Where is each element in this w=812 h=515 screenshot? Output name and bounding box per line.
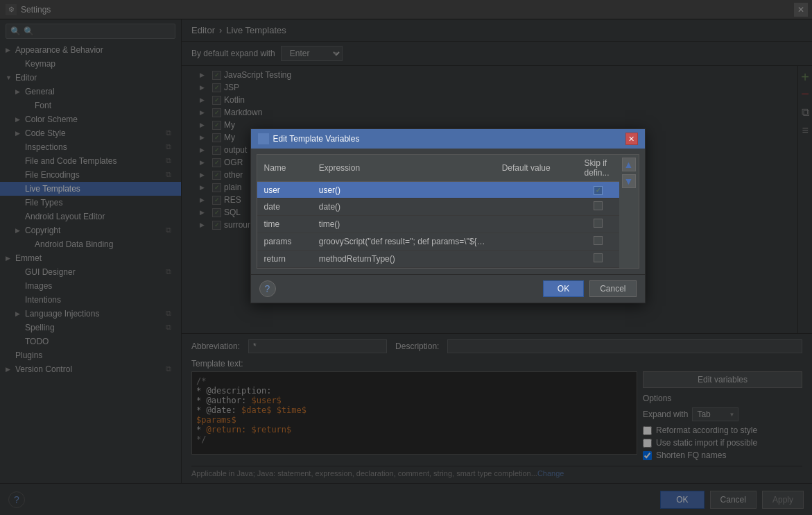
dialog-up-down-controls: ▲ ▼ <box>619 155 639 268</box>
dialog-ok-button[interactable]: OK <box>543 280 584 297</box>
row-params-default <box>495 233 578 250</box>
row-date-name: date <box>257 198 312 215</box>
row-user-expression: user() <box>312 182 495 199</box>
table-row-time[interactable]: timetime() <box>257 215 619 233</box>
row-user-default <box>495 182 578 199</box>
col-expression: Expression <box>312 155 495 182</box>
dialog-close-button[interactable]: ✕ <box>625 133 638 145</box>
dialog-cancel-button[interactable]: Cancel <box>589 280 636 297</box>
row-user-skip-checkbox[interactable] <box>594 186 603 195</box>
row-time-name: time <box>257 215 312 233</box>
dialog-action-buttons: OK Cancel <box>543 280 637 297</box>
row-params-skip-checkbox[interactable] <box>594 236 603 245</box>
row-date-expression: date() <box>312 198 495 215</box>
dialog-title-content: Edit Template Variables <box>258 133 360 144</box>
dialog-content: Name Expression Default value Skip if de… <box>251 154 645 269</box>
variables-table: Name Expression Default value Skip if de… <box>257 155 619 268</box>
dialog-title-text: Edit Template Variables <box>273 134 360 144</box>
row-time-skip-checkbox[interactable] <box>594 219 603 228</box>
col-skip: Skip if defin... <box>578 155 619 182</box>
row-return-skip[interactable] <box>578 250 619 267</box>
row-return-skip-checkbox[interactable] <box>594 253 603 262</box>
dialog-overlay: Edit Template Variables ✕ Name Expressio… <box>0 0 812 515</box>
row-date-default <box>495 198 578 215</box>
col-default: Default value <box>495 155 578 182</box>
row-return-default <box>495 250 578 267</box>
row-params-expression: groovyScript("def result=''; def params=… <box>312 233 495 250</box>
dialog-title-icon <box>258 133 269 144</box>
row-params-skip[interactable] <box>578 233 619 250</box>
row-time-expression: time() <box>312 215 495 233</box>
move-down-button[interactable]: ▼ <box>622 174 636 188</box>
row-return-name: return <box>257 250 312 267</box>
table-row-date[interactable]: datedate() <box>257 198 619 215</box>
row-time-default <box>495 215 578 233</box>
dialog-help-button[interactable]: ? <box>259 280 276 297</box>
dialog-footer: ? OK Cancel <box>251 274 645 303</box>
row-return-expression: methodReturnType() <box>312 250 495 267</box>
table-header-row: Name Expression Default value Skip if de… <box>257 155 619 182</box>
edit-template-variables-dialog: Edit Template Variables ✕ Name Expressio… <box>250 128 646 303</box>
row-params-name: params <box>257 233 312 250</box>
col-name: Name <box>257 155 312 182</box>
dialog-table-wrapper: Name Expression Default value Skip if de… <box>257 154 639 269</box>
table-row-user[interactable]: useruser() <box>257 182 619 199</box>
row-user-name: user <box>257 182 312 199</box>
row-date-skip[interactable] <box>578 198 619 215</box>
table-row-return[interactable]: returnmethodReturnType() <box>257 250 619 267</box>
table-row-params[interactable]: paramsgroovyScript("def result=''; def p… <box>257 233 619 250</box>
move-up-button[interactable]: ▲ <box>622 158 636 171</box>
row-date-skip-checkbox[interactable] <box>594 201 603 210</box>
row-user-skip[interactable] <box>578 182 619 199</box>
row-time-skip[interactable] <box>578 215 619 233</box>
dialog-title-bar: Edit Template Variables ✕ <box>251 129 645 149</box>
